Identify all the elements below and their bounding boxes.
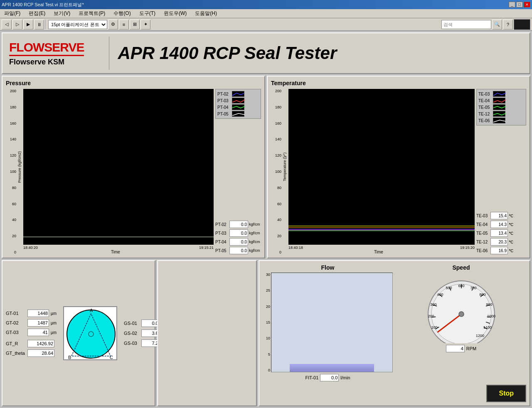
title-bar: APR 1400 RCP Seal Test.vi 프런트패널* _ □ ✕ <box>0 0 532 9</box>
toolbar-run[interactable]: ▶ <box>23 20 33 29</box>
pressure-y-label: Pressure (kgf/cm2) <box>17 89 22 245</box>
gt-theta-value[interactable] <box>27 349 54 357</box>
menu-file[interactable]: 파일(F) <box>2 9 23 18</box>
legend-te03: TE-03 <box>478 91 524 97</box>
font-size-select[interactable]: 15pt 어플리케이션 폰트 <box>48 20 107 29</box>
svg-text:600: 600 <box>458 284 464 288</box>
pressure-x-axis: 18:40:20 19:15:21 <box>17 245 214 250</box>
legend-pt02: PT-02 <box>217 91 259 97</box>
temp-y-axis: 200 180 160 140 120 100 80 60 40 20 0 <box>271 89 283 254</box>
pt04-value[interactable] <box>229 238 248 246</box>
temp-y-label: Temperature (℃) <box>283 89 288 245</box>
gt-r-value[interactable] <box>27 340 54 347</box>
menu-edit[interactable]: 편집(E) <box>26 9 48 18</box>
menu-run[interactable]: 수행(O) <box>111 9 133 18</box>
legend-color-te03 <box>493 91 505 97</box>
fit01-value[interactable] <box>320 374 339 381</box>
speed-section: Speed 100 200 <box>396 264 526 381</box>
svg-text:1200: 1200 <box>475 334 484 338</box>
gt02-value[interactable] <box>27 319 49 327</box>
gt01-row: GT-01 μm <box>6 310 57 317</box>
flow-bar <box>290 364 374 372</box>
reading-te05: TE-05 ℃ <box>476 229 526 237</box>
toolbar: ◁ ▷ ▶ ⏸ 15pt 어플리케이션 폰트 ⚙ ≡ ⊞ ✦ 🔍 ? <box>0 18 532 31</box>
search-button[interactable]: 🔍 <box>492 20 502 29</box>
speed-title: Speed <box>452 264 470 271</box>
legend-color-te12 <box>493 111 505 117</box>
pt03-value[interactable] <box>229 229 248 237</box>
close-button[interactable]: ✕ <box>524 2 530 7</box>
toolbar-btn4[interactable]: ✦ <box>140 20 150 29</box>
menu-project[interactable]: 프로젝트(P) <box>76 9 108 18</box>
menu-view[interactable]: 보기(V) <box>51 9 73 18</box>
temp-legend: TE-03 TE-04 TE-05 <box>476 89 526 125</box>
legend-te04: TE-04 <box>478 98 524 103</box>
search-input[interactable] <box>441 20 491 29</box>
menu-help[interactable]: 도움말(H) <box>192 9 219 18</box>
gt03-value[interactable] <box>27 329 49 336</box>
logo-underline <box>9 55 84 56</box>
maximize-button[interactable]: □ <box>516 2 523 7</box>
toolbar-pause[interactable]: ⏸ <box>34 20 44 29</box>
toolbar-forward[interactable]: ▷ <box>12 20 22 29</box>
pt02-value[interactable] <box>229 221 248 228</box>
minimize-button[interactable]: _ <box>509 2 515 7</box>
legend-color-te04 <box>493 98 505 103</box>
temp-x-label: Time <box>283 250 475 254</box>
gauge-svg: 100 200 300 400 500 <box>422 273 501 343</box>
temperature-chart-canvas <box>288 89 475 245</box>
svg-text:B: B <box>68 355 71 360</box>
pressure-chart-svg <box>23 89 214 245</box>
svg-text:700: 700 <box>470 286 476 290</box>
flow-y-axis: 30 25 20 15 10 5 0 <box>263 273 270 372</box>
reading-te04: TE-04 ℃ <box>476 221 526 228</box>
te12-value[interactable] <box>490 238 508 246</box>
te03-value[interactable] <box>490 212 508 219</box>
help-button[interactable]: ? <box>503 20 513 29</box>
charts-row: Pressure 200 180 160 140 120 100 80 <box>2 76 530 258</box>
menu-tools[interactable]: 도구(T) <box>137 9 158 18</box>
reading-te12: TE-12 ℃ <box>476 238 526 246</box>
pressure-panel: Pressure 200 180 160 140 120 100 80 <box>2 76 265 258</box>
toolbar-back[interactable]: ◁ <box>2 20 12 29</box>
reading-te06: TE-06 ℃ <box>476 247 526 254</box>
legend-pt04: PT-04 <box>217 104 259 110</box>
te06-value[interactable] <box>490 247 508 254</box>
app-title: APR 1400 RCP Seal Tester <box>118 43 337 63</box>
pressure-chart-canvas <box>23 89 214 245</box>
te05-value[interactable] <box>490 229 508 237</box>
reading-pt04: PT-04 kgf/cm <box>215 238 261 246</box>
gt-r-row: GT_R <box>6 340 57 347</box>
stop-button-container: Stop <box>263 385 526 402</box>
company-name: Flowserve KSM <box>9 58 64 66</box>
stop-button[interactable]: Stop <box>486 385 526 402</box>
pt05-value[interactable] <box>229 247 248 254</box>
svg-text:400: 400 <box>437 292 443 297</box>
flow-bar-chart <box>271 273 393 372</box>
toolbar-btn1[interactable]: ⚙ <box>108 20 118 29</box>
svg-text:1000: 1000 <box>487 314 495 318</box>
temp-right-panel: TE-03 TE-04 TE-05 <box>476 89 526 254</box>
temperature-chart-svg <box>288 89 475 245</box>
gt01-value[interactable] <box>27 310 49 317</box>
logo-text: FLOWSERVE <box>9 40 84 54</box>
te04-value[interactable] <box>490 221 508 228</box>
svg-text:100: 100 <box>431 325 437 329</box>
menu-window[interactable]: 윈도우(W) <box>161 9 189 18</box>
flow-speed-container: Flow 30 25 20 15 10 5 0 <box>263 264 526 381</box>
toolbar-btn2[interactable]: ≡ <box>119 20 129 29</box>
legend-color-pt02 <box>232 91 244 97</box>
gt03-row: GT-03 μm <box>6 329 57 336</box>
temp-readings: TE-03 ℃ TE-04 ℃ TE-05 ℃ <box>476 212 526 254</box>
legend-te05: TE-05 <box>478 104 524 110</box>
temperature-panel: Temperature 200 180 160 140 120 100 80 <box>267 76 530 258</box>
svg-text:800: 800 <box>479 292 485 297</box>
header-section: FLOWSERVE Flowserve KSM APR 1400 RCP Sea… <box>2 32 530 74</box>
reading-pt02: PT-02 kgf/cm <box>215 221 261 228</box>
toolbar-btn3[interactable]: ⊞ <box>130 20 140 29</box>
svg-text:200: 200 <box>428 314 434 318</box>
header-divider <box>109 37 109 70</box>
speed-value[interactable] <box>446 345 465 352</box>
main-content: FLOWSERVE Flowserve KSM APR 1400 RCP Sea… <box>0 31 532 408</box>
svg-text:A: A <box>90 308 93 313</box>
